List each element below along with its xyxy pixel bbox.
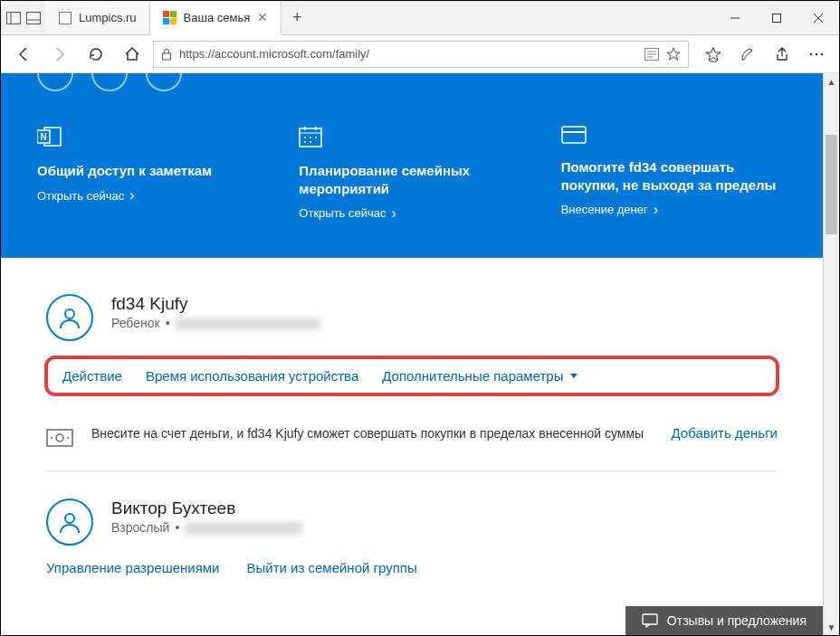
forward-button[interactable]: [44, 39, 75, 70]
star-icon[interactable]: [666, 47, 681, 62]
window-titlebar: Lumpics.ru Ваша семья ✕ +: [1, 1, 839, 35]
share-button[interactable]: [767, 39, 797, 70]
svg-point-27: [304, 141, 306, 143]
sidebar-icon[interactable]: [6, 12, 21, 24]
svg-rect-5: [773, 14, 781, 22]
svg-point-26: [315, 137, 317, 138]
back-button[interactable]: [8, 39, 39, 70]
tab-title: Ваша семья: [184, 11, 251, 24]
avatar: [46, 498, 93, 546]
lock-icon: [161, 48, 172, 61]
banner-title: Помогите fd34 совершать покупки, не выхо…: [561, 158, 787, 194]
banner-title: Планирование семейных мероприятий: [299, 162, 524, 197]
page-icon: [59, 12, 72, 24]
svg-point-31: [65, 309, 74, 318]
member-role: Ребенок•: [111, 316, 320, 330]
banner-title: Общий доступ к заметкам: [37, 162, 262, 180]
window-controls: [714, 1, 839, 34]
svg-rect-2: [27, 12, 41, 24]
member-role: Взрослый•: [111, 520, 302, 535]
toolbar-right: [698, 39, 832, 70]
page-content: N Общий доступ к заметкам Открыть сейчас…: [1, 73, 823, 635]
scroll-thumb[interactable]: [826, 135, 837, 234]
action-screentime[interactable]: Время использования устройства: [146, 368, 358, 384]
scroll-up-icon[interactable]: ▲: [824, 73, 839, 90]
svg-point-25: [310, 137, 311, 138]
svg-text:N: N: [40, 132, 46, 142]
address-bar: https://account.microsoft.com/family/: [1, 35, 839, 73]
member-name: Виктор Бухтеев: [111, 498, 302, 518]
banner-decor: [1, 73, 823, 100]
feedback-label: Отзывы и предложения: [667, 613, 807, 628]
card-icon: [561, 126, 787, 147]
svg-rect-8: [163, 53, 171, 60]
svg-rect-37: [643, 614, 657, 624]
svg-point-16: [821, 52, 824, 55]
tab-family[interactable]: Ваша семья ✕: [150, 1, 282, 35]
action-leave-family[interactable]: Выйти из семейной группы: [246, 560, 416, 575]
svg-point-14: [810, 52, 813, 55]
action-more-dropdown[interactable]: Дополнительные параметры: [382, 368, 578, 384]
banner-col-calendar: Планирование семейных мероприятий Открыт…: [299, 126, 524, 222]
add-money-row: Внесите на счет деньги, и fd34 Kjufy смо…: [46, 414, 778, 471]
svg-point-35: [67, 437, 69, 439]
browser-tabs: Lumpics.ru Ваша семья ✕ +: [46, 1, 714, 34]
banner-col-notes: N Общий доступ к заметкам Открыть сейчас: [37, 126, 262, 222]
money-text: Внесите на счет деньги, и fd34 Kjufy смо…: [91, 425, 654, 443]
tab-lumpics[interactable]: Lumpics.ru: [46, 1, 150, 34]
banner-link-money[interactable]: Внесение денег: [561, 202, 658, 218]
family-members: fd34 Kjufy Ребенок• Действие Время испол…: [1, 258, 823, 575]
svg-point-34: [51, 437, 52, 439]
member-child: fd34 Kjufy Ребенок•: [46, 294, 778, 341]
microsoft-icon: [163, 11, 177, 24]
action-permissions[interactable]: Управление разрешениями: [46, 560, 219, 575]
menu-button[interactable]: [801, 39, 832, 70]
favorites-button[interactable]: [698, 39, 729, 70]
feature-banner: N Общий доступ к заметкам Открыть сейчас…: [1, 100, 823, 258]
svg-point-33: [56, 434, 63, 441]
svg-rect-0: [7, 12, 21, 24]
chat-icon: [642, 613, 658, 628]
add-money-link[interactable]: Добавить деньги: [671, 425, 778, 441]
svg-rect-29: [562, 127, 586, 143]
member-actions-highlighted: Действие Время использования устройства …: [44, 356, 779, 396]
scroll-down-icon[interactable]: ▼: [824, 619, 839, 635]
blurred-email: [185, 522, 302, 535]
new-tab-button[interactable]: +: [282, 1, 312, 34]
minimize-button[interactable]: [714, 1, 756, 34]
svg-point-24: [304, 137, 306, 138]
banner-link-open[interactable]: Открыть сейчас: [299, 205, 396, 222]
feedback-button[interactable]: Отзывы и предложения: [625, 606, 823, 635]
tab-title: Lumpics.ru: [79, 11, 137, 24]
banner-col-payments: Помогите fd34 совершать покупки, не выхо…: [561, 126, 787, 222]
titlebar-left-icons: [1, 1, 46, 34]
maximize-button[interactable]: [756, 1, 797, 34]
svg-point-15: [816, 52, 818, 55]
home-button[interactable]: [117, 39, 148, 70]
svg-point-28: [310, 141, 311, 143]
svg-point-36: [65, 514, 74, 523]
close-icon[interactable]: ✕: [257, 10, 268, 24]
action-activity[interactable]: Действие: [62, 368, 122, 384]
close-window-button[interactable]: [797, 1, 839, 34]
reader-icon[interactable]: [644, 48, 659, 61]
url-text: https://account.microsoft.com/family/: [179, 47, 637, 61]
money-icon: [46, 425, 75, 451]
onenote-icon: N: [37, 126, 262, 151]
member-adult: Виктор Бухтеев Взрослый•: [46, 498, 778, 546]
blurred-email: [176, 318, 320, 330]
notes-button[interactable]: [732, 39, 763, 70]
panel-icon[interactable]: [26, 12, 41, 24]
avatar: [46, 294, 93, 341]
vertical-scrollbar[interactable]: ▲ ▼: [823, 73, 839, 635]
url-input[interactable]: https://account.microsoft.com/family/: [153, 41, 689, 68]
adult-actions: Управление разрешениями Выйти из семейно…: [46, 560, 778, 575]
refresh-button[interactable]: [81, 39, 111, 70]
calendar-icon: [299, 126, 524, 151]
banner-link-open[interactable]: Открыть сейчас: [37, 187, 135, 204]
member-name: fd34 Kjufy: [111, 294, 320, 314]
